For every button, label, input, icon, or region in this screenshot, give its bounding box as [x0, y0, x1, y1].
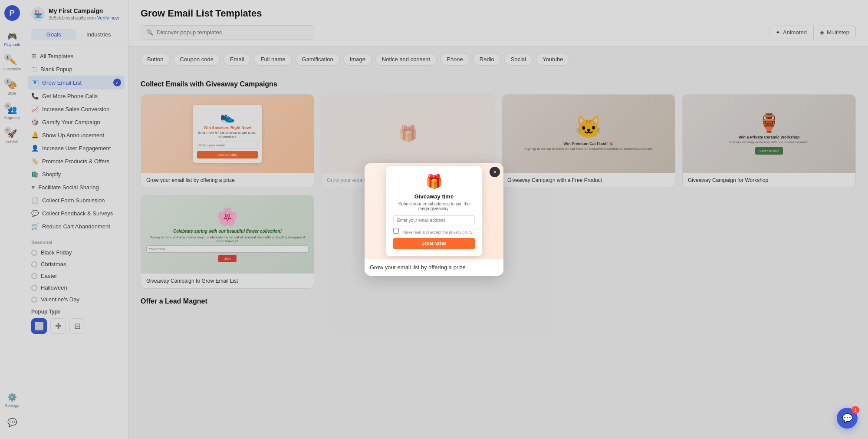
chat-button-icon: 💬	[842, 413, 853, 423]
popup-mock-sub: Submit your email address to join the me…	[393, 201, 475, 211]
popup-mock-email-input[interactable]	[393, 215, 475, 225]
overlay-backdrop[interactable]: × 🎁 Giveaway time Submit your email addr…	[0, 0, 868, 439]
overlay-card-image: × 🎁 Giveaway time Submit your email addr…	[365, 163, 503, 259]
popup-mock: 🎁 Giveaway time Submit your email addres…	[386, 166, 482, 256]
chat-button[interactable]: 💬 1	[837, 408, 858, 429]
popup-mock-checkbox[interactable]	[393, 228, 399, 234]
popup-mock-checkbox-text: I have read and accept the privacy polic…	[393, 228, 475, 234]
popup-mock-icon: 🎁	[393, 173, 475, 190]
chat-badge: 1	[852, 406, 859, 414]
overlay-close-button[interactable]: ×	[490, 167, 500, 177]
overlay-card: × 🎁 Giveaway time Submit your email addr…	[365, 163, 503, 276]
popup-mock-join-button[interactable]: JOIN NOW	[393, 238, 475, 249]
popup-mock-title: Giveaway time	[393, 193, 475, 200]
overlay-card-label: Grow your email list by offering a prize	[365, 259, 503, 276]
